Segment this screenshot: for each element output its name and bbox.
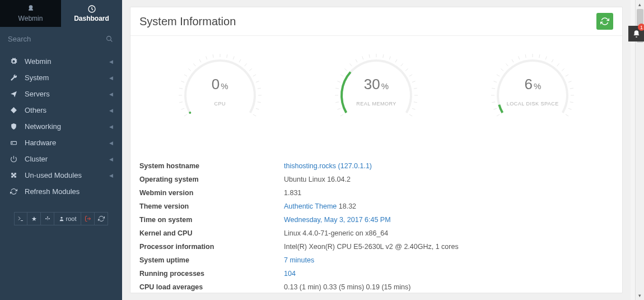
- power-icon: [10, 155, 19, 163]
- svg-line-17: [199, 59, 201, 62]
- svg-point-33: [189, 112, 191, 114]
- info-row: System uptime7 minutes: [139, 253, 613, 267]
- caret-left-icon: ◀: [109, 156, 113, 162]
- info-value: Intel(R) Xeon(R) CPU E5-2630L v2 @ 2.40G…: [284, 243, 613, 251]
- svg-line-41: [344, 68, 347, 71]
- info-link[interactable]: Wednesday, May 3, 2017 6:45 PM: [284, 216, 391, 224]
- svg-line-83: [566, 114, 568, 116]
- caret-left-icon: ◀: [109, 91, 113, 97]
- svg-point-3: [12, 143, 12, 144]
- svg-line-72: [539, 54, 540, 58]
- terminal-button[interactable]: [14, 212, 27, 225]
- gauge-value: 6%: [482, 76, 583, 93]
- refresh-button[interactable]: [596, 13, 613, 30]
- sidebar-item-hardware[interactable]: Hardware◀: [0, 135, 122, 151]
- info-row: Kernel and CPULinux 4.4.0-71-generic on …: [139, 227, 613, 240]
- caret-left-icon: ◀: [109, 75, 113, 81]
- info-key: System uptime: [139, 256, 284, 264]
- reload-button[interactable]: [95, 212, 108, 225]
- svg-line-58: [409, 114, 412, 116]
- caret-left-icon: ◀: [109, 140, 113, 146]
- tab-dashboard-label: Dashboard: [74, 15, 109, 22]
- sidebar-item-label: Refresh Modules: [25, 187, 80, 196]
- info-row: Operating systemUbuntu Linux 16.04.2: [139, 173, 613, 186]
- svg-line-48: [389, 56, 390, 59]
- sidebar-item-un-used-modules[interactable]: Un-used Modules◀: [0, 167, 122, 183]
- svg-line-51: [405, 68, 408, 71]
- plane-icon: [10, 90, 19, 98]
- info-value: Authentic Theme 18.32: [284, 202, 613, 210]
- svg-line-19: [213, 54, 213, 58]
- info-value: thishosting.rocks (127.0.1.1): [284, 162, 613, 170]
- svg-line-34: [340, 114, 343, 116]
- favorites-button[interactable]: ★: [27, 212, 41, 225]
- tab-webmin-label: Webmin: [18, 15, 43, 22]
- search-input[interactable]: [7, 33, 115, 45]
- scroll-up-button[interactable]: ▴: [636, 0, 644, 9]
- svg-line-16: [193, 63, 195, 66]
- svg-line-57: [412, 108, 416, 109]
- svg-line-50: [401, 63, 403, 66]
- svg-line-25: [249, 68, 252, 71]
- gauge-cpu: 0%CPU: [170, 50, 270, 151]
- sidebar-item-networking[interactable]: Networking◀: [0, 118, 122, 135]
- svg-point-7: [60, 217, 62, 219]
- scroll-down-button[interactable]: ▾: [636, 291, 644, 300]
- sidebar-item-label: Servers: [25, 90, 50, 98]
- info-value: Linux 4.4.0-71-generic on x86_64: [284, 229, 613, 237]
- tab-dashboard[interactable]: Dashboard: [61, 0, 122, 27]
- webmin-logo-icon: [26, 4, 35, 13]
- svg-line-32: [253, 114, 256, 116]
- info-row: Time on systemWednesday, May 3, 2017 6:4…: [139, 213, 613, 227]
- refresh-icon: [600, 17, 609, 26]
- search-icon[interactable]: [106, 35, 113, 45]
- sidebar: Webmin◀System◀Servers◀Others◀Networking◀…: [0, 27, 122, 300]
- sidebar-item-label: System: [25, 73, 49, 82]
- sidebar-item-cluster[interactable]: Cluster◀: [0, 151, 122, 167]
- info-link[interactable]: 104: [284, 270, 296, 278]
- caret-left-icon: ◀: [109, 59, 113, 64]
- info-link[interactable]: Authentic Theme: [284, 202, 337, 210]
- drive-icon: [10, 139, 19, 146]
- sidebar-item-refresh-modules[interactable]: Refresh Modules: [0, 183, 122, 200]
- info-key: Theme version: [139, 202, 284, 210]
- svg-line-82: [568, 108, 572, 109]
- sidebar-item-label: Webmin: [25, 57, 51, 66]
- info-row: Running processes104: [139, 267, 613, 280]
- info-row: Processor informationIntel(R) Xeon(R) CP…: [139, 240, 613, 253]
- info-key: Webmin version: [139, 189, 284, 197]
- shield-icon: [10, 123, 19, 130]
- info-key: CPU load averages: [139, 283, 284, 291]
- sidebar-item-webmin[interactable]: Webmin◀: [0, 53, 122, 70]
- sidebar-item-label: Un-used Modules: [25, 171, 82, 179]
- svg-line-42: [349, 63, 352, 66]
- info-value: 104: [284, 270, 613, 278]
- notifications-button[interactable]: 1: [628, 26, 644, 41]
- svg-line-23: [239, 59, 241, 62]
- svg-line-9: [181, 108, 184, 109]
- info-value: 0.13 (1 min) 0.33 (5 mins) 0.19 (15 mins…: [284, 283, 613, 291]
- settings-button[interactable]: [41, 212, 54, 225]
- sidebar-item-others[interactable]: Others◀: [0, 102, 122, 118]
- svg-line-18: [206, 56, 207, 59]
- svg-point-1: [107, 36, 111, 41]
- info-key: Kernel and CPU: [139, 229, 284, 237]
- vertical-scrollbar[interactable]: ▴ ▾: [635, 0, 644, 300]
- gauge-local-disk-space: 6%LOCAL DISK SPACE: [482, 50, 583, 151]
- gauge-value: 0%: [170, 76, 270, 93]
- user-label: root: [66, 215, 77, 222]
- svg-line-69: [519, 56, 520, 59]
- tab-webmin[interactable]: Webmin: [0, 0, 61, 27]
- logout-button[interactable]: [81, 212, 95, 225]
- info-key: System hostname: [139, 162, 284, 170]
- sidebar-item-servers[interactable]: Servers◀: [0, 86, 122, 102]
- user-button[interactable]: root: [54, 212, 81, 225]
- sidebar-item-system[interactable]: System◀: [0, 70, 122, 86]
- main-content: System Information 0%CPU30%REAL MEMORY6%…: [122, 0, 631, 300]
- gauge-real-memory: 30%REAL MEMORY: [326, 50, 427, 151]
- info-link[interactable]: thishosting.rocks (127.0.1.1): [284, 162, 372, 170]
- svg-line-60: [494, 108, 497, 109]
- svg-line-21: [226, 54, 227, 58]
- info-link[interactable]: 7 minutes: [284, 256, 314, 264]
- info-value: 1.831: [284, 189, 613, 197]
